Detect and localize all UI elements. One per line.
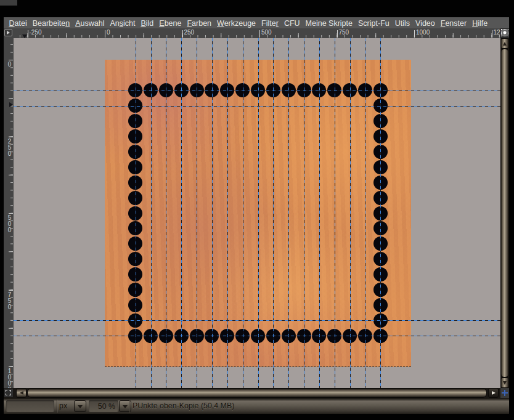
- statusbar-separator: [129, 400, 129, 413]
- statusbar-separator: [57, 400, 57, 413]
- menu-item-filter[interactable]: Filter: [259, 18, 282, 28]
- arrow-right-icon: [492, 391, 496, 395]
- gimp-image-window: DateiBearbeitenAuswahlAnsichtBildEbeneFa…: [0, 0, 514, 420]
- ruler-right-corner: [500, 28, 509, 38]
- vertical-scrollbar[interactable]: [500, 38, 509, 388]
- menu-item-utils[interactable]: Utils: [392, 18, 412, 28]
- zoom-dropdown-button[interactable]: [119, 400, 131, 412]
- scroll-down-button[interactable]: [500, 378, 509, 388]
- menu-item-meine-skripte[interactable]: Meine Skripte: [303, 18, 355, 28]
- bottom-scroll-row: [4, 388, 509, 398]
- zoom-follow-window-icon[interactable]: [501, 29, 508, 36]
- menu-item-werkzeuge[interactable]: Werkzeuge: [214, 18, 259, 28]
- guide-horizontal[interactable]: [14, 336, 500, 336]
- menu-item-datei[interactable]: Datei: [6, 18, 30, 28]
- menu-item-ansicht[interactable]: Ansicht: [107, 18, 138, 28]
- arrow-left-icon: [20, 391, 23, 395]
- menu-item-video[interactable]: Video: [413, 18, 438, 28]
- menu-item-bild[interactable]: Bild: [138, 18, 157, 28]
- unit-value: px: [59, 402, 67, 410]
- zoom-level-field[interactable]: 50 %: [89, 400, 118, 412]
- menu-item-auswahl[interactable]: Auswahl: [73, 18, 107, 28]
- arrow-down-icon: [503, 381, 507, 385]
- scroll-right-button[interactable]: [488, 388, 499, 398]
- pointer-position-marker-v: [9, 102, 13, 107]
- canvas-viewport[interactable]: [14, 38, 500, 388]
- unit-dropdown-button[interactable]: [74, 400, 86, 412]
- titlebar-fragment: [0, 0, 17, 6]
- image-title-status: PUnkte oben-Kopie (50,4 MB): [133, 402, 234, 410]
- vertical-ruler[interactable]: 02505007501000: [4, 38, 14, 388]
- navigation-preview-button[interactable]: [500, 388, 509, 398]
- scroll-up-button[interactable]: [500, 38, 509, 49]
- arrow-up-icon: [503, 42, 507, 46]
- guide-horizontal[interactable]: [14, 91, 500, 91]
- move-cross-icon: [502, 390, 508, 396]
- pointer-position-display: [6, 400, 54, 412]
- horizontal-ruler-scale[interactable]: -25002505007501000125: [14, 28, 500, 38]
- menu-item-bearbeiten[interactable]: Bearbeiten: [30, 18, 72, 28]
- menu-item-ebene[interactable]: Ebene: [157, 18, 184, 28]
- menu-item-farben[interactable]: Farben: [184, 18, 214, 28]
- ruler-corner: [4, 28, 14, 38]
- ruler-menu-button[interactable]: [4, 29, 12, 36]
- menu-item-script-fu[interactable]: Script-Fu: [356, 18, 393, 28]
- menu-item-hilfe[interactable]: Hilfe: [470, 18, 491, 28]
- menubar: DateiBearbeitenAuswahlAnsichtBildEbeneFa…: [4, 17, 509, 29]
- chevron-down-icon: [123, 405, 128, 408]
- vertical-scroll-thumb[interactable]: [500, 49, 509, 378]
- horizontal-ruler[interactable]: -25002505007501000125: [4, 28, 509, 38]
- quick-mask-toggle-button[interactable]: [4, 389, 13, 397]
- menu-item-cfu[interactable]: CFU: [281, 18, 303, 28]
- scroll-left-button[interactable]: [16, 388, 27, 398]
- dashed-square-icon: [6, 390, 11, 395]
- guide-horizontal[interactable]: [14, 106, 500, 107]
- play-triangle-icon: [7, 31, 10, 34]
- statusbar: px 50 % PUnkte oben-Kopie (50,4 MB): [4, 398, 509, 414]
- menu-item-fenster[interactable]: Fenster: [438, 18, 469, 28]
- chevron-down-icon: [78, 405, 83, 408]
- horizontal-scroll-thumb[interactable]: [27, 388, 487, 398]
- guide-horizontal[interactable]: [14, 320, 500, 321]
